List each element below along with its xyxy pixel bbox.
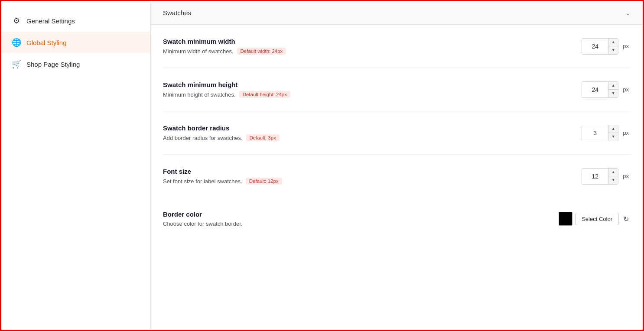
refresh-icon[interactable]: ↻	[621, 213, 631, 225]
swatch-min-height-spinner: ▲ ▼	[582, 81, 618, 98]
font-size-row: Font size Set font size for label swatch…	[163, 155, 631, 198]
swatch-min-width-unit: px	[621, 43, 631, 49]
swatch-min-height-controls: ▲ ▼ px	[582, 81, 631, 98]
color-swatch[interactable]	[559, 212, 572, 226]
swatch-min-width-increment[interactable]: ▲	[608, 39, 618, 46]
swatches-title: Swatches	[163, 9, 191, 16]
font-size-desc-text: Set font size for label swatches.	[163, 178, 242, 185]
font-size-decrement[interactable]: ▼	[608, 176, 618, 184]
font-size-controls: ▲ ▼ px	[582, 168, 631, 185]
font-size-left: Font size Set font size for label swatch…	[163, 168, 582, 185]
border-color-desc-text: Choose color for swatch border.	[163, 221, 243, 227]
swatch-min-width-title: Swatch minimum width	[163, 38, 582, 45]
chevron-down-icon: ⌄	[625, 10, 631, 16]
sidebar: ⚙ General Settings 🌐 Global Styling 🛒 Sh…	[1, 1, 151, 330]
sidebar-item-global-styling[interactable]: 🌐 Global Styling	[1, 32, 150, 53]
font-size-badge: Default: 12px	[246, 178, 282, 185]
border-color-left: Border color Choose color for swatch bor…	[163, 211, 559, 227]
border-color-row: Border color Choose color for swatch bor…	[163, 198, 631, 240]
swatch-min-width-desc: Minimum width of swatches. Default width…	[163, 48, 582, 55]
shop-page-styling-icon: 🛒	[12, 59, 21, 69]
swatch-min-height-input[interactable]	[582, 82, 608, 97]
general-settings-icon: ⚙	[12, 16, 21, 26]
border-color-desc: Choose color for swatch border.	[163, 221, 559, 227]
swatch-min-height-unit: px	[621, 86, 631, 93]
font-size-title: Font size	[163, 168, 582, 175]
border-color-title: Border color	[163, 211, 559, 218]
shop-page-styling-label: Shop Page Styling	[26, 61, 80, 68]
swatch-min-height-increment[interactable]: ▲	[608, 82, 618, 90]
swatches-header[interactable]: Swatches ⌄	[151, 1, 643, 25]
font-size-input[interactable]	[582, 169, 608, 184]
swatch-min-height-title: Swatch minimum height	[163, 81, 582, 88]
swatch-border-radius-desc-text: Add border radius for swatches.	[163, 135, 243, 141]
global-styling-icon: 🌐	[12, 38, 21, 47]
font-size-increment[interactable]: ▲	[608, 169, 618, 176]
swatch-min-height-decrement[interactable]: ▼	[608, 90, 618, 97]
swatch-min-width-decrement[interactable]: ▼	[608, 46, 618, 54]
border-color-controls: Select Color ↻	[559, 212, 631, 226]
general-settings-label: General Settings	[26, 17, 75, 25]
swatch-border-radius-row: Swatch border radius Add border radius f…	[163, 111, 631, 155]
swatch-border-radius-badge: Default: 3px	[246, 134, 280, 141]
swatch-min-width-spinner-buttons: ▲ ▼	[608, 39, 618, 54]
swatch-min-width-controls: ▲ ▼ px	[582, 38, 631, 55]
font-size-spinner: ▲ ▼	[582, 168, 618, 185]
swatch-min-height-badge: Default height: 24px	[239, 91, 290, 98]
swatch-border-radius-unit: px	[621, 130, 631, 136]
swatch-border-radius-input[interactable]	[582, 125, 608, 141]
swatch-min-height-spinner-buttons: ▲ ▼	[608, 82, 618, 97]
swatch-border-radius-left: Swatch border radius Add border radius f…	[163, 124, 582, 141]
swatch-min-width-row: Swatch minimum width Minimum width of sw…	[163, 25, 631, 68]
swatch-border-radius-controls: ▲ ▼ px	[582, 125, 631, 141]
select-color-button[interactable]: Select Color	[575, 213, 619, 225]
swatch-border-radius-decrement[interactable]: ▼	[608, 133, 618, 141]
font-size-unit: px	[621, 173, 631, 179]
font-size-desc: Set font size for label swatches. Defaul…	[163, 178, 582, 185]
settings-body: Swatch minimum width Minimum width of sw…	[151, 25, 643, 240]
global-styling-label: Global Styling	[26, 39, 67, 46]
main-content: Swatches ⌄ Swatch minimum width Minimum …	[151, 1, 643, 330]
swatch-border-radius-spinner-buttons: ▲ ▼	[608, 125, 618, 141]
swatch-border-radius-spinner: ▲ ▼	[582, 125, 618, 141]
swatch-border-radius-increment[interactable]: ▲	[608, 125, 618, 133]
sidebar-item-general-settings[interactable]: ⚙ General Settings	[1, 10, 150, 32]
swatch-min-height-desc: Minimum height of swatches. Default heig…	[163, 91, 582, 98]
swatch-min-width-desc-text: Minimum width of swatches.	[163, 48, 234, 55]
swatch-min-width-input[interactable]	[582, 39, 608, 54]
swatch-border-radius-title: Swatch border radius	[163, 124, 582, 132]
swatch-min-width-spinner: ▲ ▼	[582, 38, 618, 55]
swatch-min-width-badge: Default width: 24px	[237, 48, 286, 55]
font-size-spinner-buttons: ▲ ▼	[608, 169, 618, 184]
swatch-min-width-left: Swatch minimum width Minimum width of sw…	[163, 38, 582, 55]
swatch-border-radius-desc: Add border radius for swatches. Default:…	[163, 134, 582, 141]
sidebar-item-shop-page-styling[interactable]: 🛒 Shop Page Styling	[1, 53, 150, 75]
swatch-min-height-desc-text: Minimum height of swatches.	[163, 91, 236, 98]
swatch-min-height-left: Swatch minimum height Minimum height of …	[163, 81, 582, 98]
swatch-min-height-row: Swatch minimum height Minimum height of …	[163, 68, 631, 111]
